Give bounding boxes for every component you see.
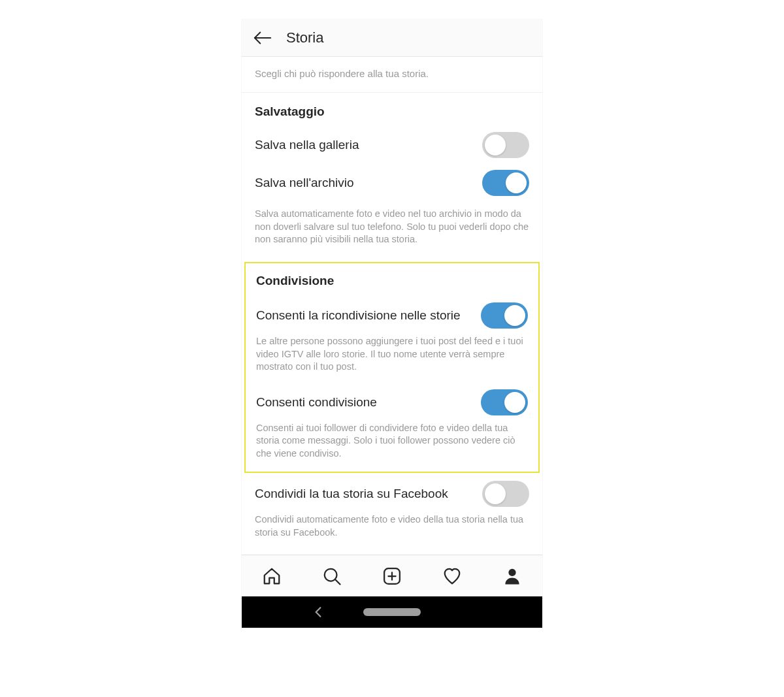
saving-help-text: Salva automaticamente foto e video nel t… bbox=[255, 208, 529, 246]
reshare-stories-row: Consenti la ricondivisione nelle storie bbox=[256, 302, 528, 329]
page-title: Storia bbox=[286, 29, 323, 46]
profile-icon[interactable] bbox=[500, 564, 524, 588]
story-settings-screen: Storia Scegli chi può rispondere alla tu… bbox=[242, 20, 542, 628]
sharing-title: Condivisione bbox=[256, 274, 528, 288]
share-facebook-label: Condividi la tua storia su Facebook bbox=[255, 487, 482, 501]
share-facebook-row: Condividi la tua storia su Facebook bbox=[255, 481, 529, 507]
search-icon[interactable] bbox=[320, 564, 344, 588]
save-gallery-row: Salva nella galleria bbox=[255, 132, 529, 158]
reply-permission-note: Scegli chi può rispondere alla tua stori… bbox=[242, 57, 542, 92]
allow-sharing-toggle[interactable] bbox=[481, 389, 528, 415]
bottom-tabbar bbox=[242, 555, 542, 596]
save-gallery-label: Salva nella galleria bbox=[255, 138, 482, 152]
allow-sharing-help: Consenti ai tuoi follower di condividere… bbox=[256, 422, 528, 461]
save-archive-label: Salva nell'archivio bbox=[255, 176, 482, 190]
android-back-icon[interactable] bbox=[314, 606, 323, 618]
save-archive-toggle[interactable] bbox=[482, 170, 529, 196]
saving-title: Salvataggio bbox=[255, 105, 529, 119]
reshare-stories-toggle[interactable] bbox=[481, 302, 528, 329]
android-navbar bbox=[242, 596, 542, 628]
save-gallery-toggle[interactable] bbox=[482, 132, 529, 158]
home-icon[interactable] bbox=[260, 564, 284, 588]
save-archive-row: Salva nell'archivio bbox=[255, 170, 529, 196]
allow-sharing-label: Consenti condivisione bbox=[256, 395, 481, 410]
reshare-stories-label: Consenti la ricondivisione nelle storie bbox=[256, 308, 481, 323]
reshare-stories-help: Le altre persone possono aggiungere i tu… bbox=[256, 335, 528, 374]
sharing-highlight-box: Condivisione Consenti la ricondivisione … bbox=[244, 262, 540, 473]
svg-point-6 bbox=[508, 569, 515, 576]
back-arrow-icon[interactable] bbox=[253, 29, 272, 47]
svg-line-2 bbox=[335, 579, 340, 584]
android-home-pill[interactable] bbox=[363, 608, 421, 616]
new-post-icon[interactable] bbox=[380, 564, 404, 588]
saving-section: Salvataggio Salva nella galleria Salva n… bbox=[242, 93, 542, 246]
share-facebook-toggle[interactable] bbox=[482, 481, 529, 507]
activity-heart-icon[interactable] bbox=[440, 564, 464, 588]
header-bar: Storia bbox=[242, 20, 542, 57]
allow-sharing-row: Consenti condivisione bbox=[256, 389, 528, 415]
facebook-section: Condividi la tua storia su Facebook Cond… bbox=[242, 473, 542, 539]
share-facebook-help: Condividi automaticamente foto e video d… bbox=[255, 513, 529, 539]
